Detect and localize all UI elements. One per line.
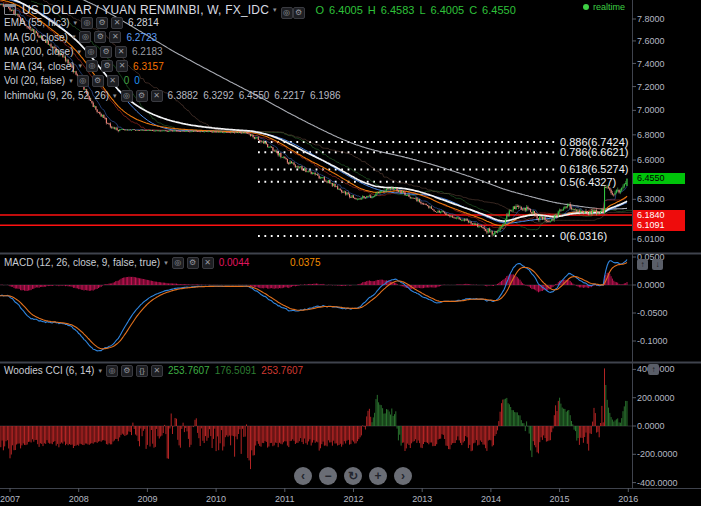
indicator-value: 6.3292	[203, 90, 234, 101]
series-style-icon[interactable]	[4, 4, 16, 15]
high-value: 6.4583	[381, 4, 415, 16]
gear-button[interactable]: ⚙	[293, 7, 305, 19]
zoom-in-button[interactable]: +	[369, 467, 387, 485]
open-label: O	[316, 4, 325, 16]
gear-button[interactable]: ⚙	[101, 60, 113, 72]
gear-button[interactable]: ⚙	[187, 257, 199, 269]
chevron-down-icon[interactable]: ▾	[164, 259, 168, 267]
indicator-label[interactable]: Vol (20, false)	[4, 75, 65, 86]
indicator-row-1: MA (50, close)▾◎⚙✕6.2723	[4, 31, 157, 44]
gear-button[interactable]: ⚙	[121, 365, 133, 377]
indicator-label[interactable]: EMA (55, hlc3)	[4, 17, 70, 28]
macd-axis-tick: 0.0000	[637, 280, 665, 290]
close-value: 6.4550	[482, 4, 516, 16]
realtime-dot-icon	[583, 4, 589, 10]
eye-button[interactable]: ◎	[85, 46, 97, 58]
indicator-row-2: MA (200, close)▾◎⚙✕6.2183	[4, 45, 163, 58]
realtime-label: realtime	[593, 2, 625, 12]
chevron-down-icon[interactable]: ▾	[273, 6, 277, 14]
ohlc-readout: O6.4005 H6.4583 L6.4005 C6.4550	[316, 4, 516, 16]
eye-button[interactable]: ◎	[172, 257, 184, 269]
eye-button[interactable]: ◎	[281, 7, 293, 19]
macd-axis-tick: -0.1000	[637, 336, 668, 346]
time-axis-year: 2016	[608, 494, 648, 504]
indicator-value: 0.0044	[219, 257, 250, 268]
indicator-value: 6.3157	[133, 61, 164, 72]
time-axis-year: 2015	[540, 494, 580, 504]
symbol-title[interactable]: US DOLLAR / YUAN RENMINBI, W, FX_IDC	[22, 3, 269, 17]
time-axis-year: 2013	[402, 494, 442, 504]
eye-button[interactable]: ◎	[79, 31, 91, 43]
fib-level-label: 0.5(6.4327)	[560, 176, 616, 188]
macd-pane-down-button[interactable]: ↓	[652, 259, 663, 270]
chevron-down-icon[interactable]: ▾	[113, 92, 117, 100]
close-button[interactable]: ✕	[151, 365, 163, 377]
time-axis-year: 2009	[127, 494, 167, 504]
cci-axis-tick: 200.0000	[637, 393, 675, 403]
indicator-value: 0.0375	[290, 257, 321, 268]
price-axis-tick: 7.2000	[637, 82, 665, 92]
price-badge: 6.1091	[633, 220, 685, 231]
chevron-down-icon[interactable]: ▾	[77, 48, 81, 56]
indicator-label[interactable]: MA (50, close)	[4, 32, 68, 43]
indicator-label[interactable]: Woodies CCI (6, 14)	[4, 365, 94, 376]
price-axis-tick: 7.6000	[637, 36, 665, 46]
indicator-label[interactable]: Ichimoku (9, 26, 52, 26)	[4, 90, 109, 101]
macd-pane-up-button[interactable]: ↑	[637, 259, 648, 270]
gear-button[interactable]: ⚙	[94, 31, 106, 43]
eye-button[interactable]: ◎	[86, 60, 98, 72]
zoom-out-button[interactable]: −	[319, 467, 337, 485]
gear-button[interactable]: ⚙	[92, 75, 104, 87]
indicator-row-3: EMA (34, close)▾◎⚙✕6.3157	[4, 60, 164, 73]
chevron-down-icon[interactable]: ▾	[72, 33, 76, 41]
gear-button[interactable]: ⚙	[136, 90, 148, 102]
close-button[interactable]: ✕	[202, 257, 214, 269]
close-button[interactable]: ✕	[151, 90, 163, 102]
indicator-label[interactable]: MACD (12, 26, close, 9, false, true)	[4, 257, 160, 268]
eye-button[interactable]: ◎	[121, 90, 133, 102]
realtime-status: realtime	[583, 2, 625, 12]
fib-level-label: 0.786(6.6621)	[560, 146, 629, 158]
time-axis-year: 2010	[196, 494, 236, 504]
indicator-label[interactable]: EMA (34, close)	[4, 61, 75, 72]
price-axis-tick: 6.6000	[637, 155, 665, 165]
indicator-label[interactable]: MA (200, close)	[4, 46, 73, 57]
time-axis-year: 2011	[265, 494, 305, 504]
indicator-value: 6.4550	[239, 90, 270, 101]
macd-axis-tick: -0.0500	[637, 308, 668, 318]
chevron-down-icon[interactable]: ▾	[79, 62, 83, 70]
price-axis-tick: 7.4000	[637, 59, 665, 69]
indicator-value: 6.2183	[132, 46, 163, 57]
scroll-left-button[interactable]: ‹	[294, 467, 312, 485]
eye-button[interactable]: ◎	[106, 365, 118, 377]
gear-button[interactable]: ⚙	[96, 17, 108, 29]
close-label: C	[469, 4, 477, 16]
time-axis-year: 2008	[59, 494, 99, 504]
indicator-row-5: Ichimoku (9, 26, 52, 26)▾◎⚙✕6.38826.3292…	[4, 89, 341, 102]
indicator-value: 6.2723	[126, 32, 157, 43]
chevron-down-icon[interactable]: ▾	[74, 19, 78, 27]
close-button[interactable]: ✕	[111, 17, 123, 29]
fib-level-label: 0(6.0316)	[560, 230, 607, 242]
cci-pane-up-button[interactable]: ↑	[648, 364, 659, 375]
eye-button[interactable]: ◎	[77, 75, 89, 87]
indicator-value: 6.2814	[128, 17, 159, 28]
reset-chart-button[interactable]: ↻	[344, 467, 362, 485]
close-button[interactable]: ✕	[115, 46, 127, 58]
open-value: 6.4005	[329, 4, 363, 16]
scroll-right-button[interactable]: ›	[394, 467, 412, 485]
indicator-value: 253.7607	[261, 365, 303, 376]
indicator-value: 6.1986	[310, 90, 341, 101]
code-button[interactable]: {}	[136, 365, 148, 377]
close-button[interactable]: ✕	[116, 60, 128, 72]
gear-button[interactable]: ⚙	[100, 46, 112, 58]
close-button[interactable]: ✕	[109, 31, 121, 43]
eye-button[interactable]: ◎	[81, 17, 93, 29]
symbol-header: US DOLLAR / YUAN RENMINBI, W, FX_IDC ▾ ◎…	[4, 3, 516, 16]
chevron-down-icon[interactable]: ▾	[69, 77, 73, 85]
indicator-value: 176.5091	[215, 365, 257, 376]
indicator-value: 0	[134, 75, 140, 86]
chevron-down-icon[interactable]: ▾	[98, 367, 102, 375]
close-button[interactable]: ✕	[107, 75, 119, 87]
price-axis-tick: 6.3000	[637, 194, 665, 204]
